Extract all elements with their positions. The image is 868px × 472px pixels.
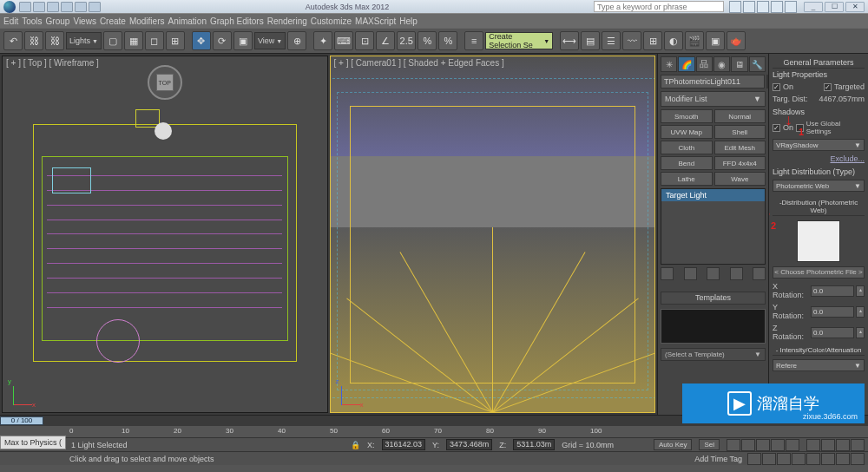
- tab-motion[interactable]: ◉: [713, 56, 730, 72]
- window-crossing-icon[interactable]: ⊞: [166, 31, 185, 50]
- modifier-list-dropdown[interactable]: Modifier List▼: [661, 91, 766, 107]
- render-frame-icon[interactable]: ▣: [706, 31, 725, 50]
- schematic-icon[interactable]: ⊞: [643, 31, 662, 50]
- z-coord-field[interactable]: 5311.03m: [513, 439, 555, 450]
- rotate-icon[interactable]: ⟳: [213, 31, 232, 50]
- tab-create[interactable]: ✳: [661, 56, 677, 72]
- select-name-icon[interactable]: ▦: [124, 31, 143, 50]
- stack-target-light[interactable]: Target Light: [661, 189, 765, 201]
- photometric-web-preview[interactable]: [797, 220, 840, 262]
- menu-edit[interactable]: Edit: [3, 16, 18, 26]
- set-key-button[interactable]: Sel: [699, 439, 720, 450]
- close-button[interactable]: ✕: [845, 2, 865, 12]
- scale-icon[interactable]: ▣: [233, 31, 253, 50]
- mod-uvwmap[interactable]: UVW Map: [661, 125, 713, 139]
- angle-value[interactable]: 2.5: [397, 31, 416, 50]
- align-icon[interactable]: ▤: [581, 31, 600, 50]
- mod-ffd[interactable]: FFD 4x4x4: [714, 156, 766, 170]
- tab-display[interactable]: 🖥: [731, 56, 747, 72]
- viewport-nav-buttons[interactable]: [806, 439, 865, 451]
- pivot-icon[interactable]: ⊕: [287, 31, 306, 50]
- render-setup-icon[interactable]: 🎬: [685, 31, 704, 50]
- exclude-button[interactable]: Exclude...: [773, 154, 865, 163]
- general-params-header[interactable]: General Parameters: [773, 58, 865, 69]
- xrot-spinner[interactable]: 0.0: [811, 285, 854, 297]
- menu-graph-editors[interactable]: Graph Editors: [210, 16, 264, 26]
- viewport-cam-label[interactable]: [ + ] [ Camera01 ] [ Shaded + Edged Face…: [334, 58, 504, 68]
- mod-shell[interactable]: Shell: [714, 125, 766, 139]
- menu-tools[interactable]: Tools: [22, 16, 42, 26]
- auto-key-button[interactable]: Auto Key: [654, 439, 692, 450]
- snap-icon[interactable]: ⊡: [355, 31, 374, 50]
- y-coord-field[interactable]: 3473.468m: [446, 439, 492, 450]
- render-icon[interactable]: 🫖: [727, 31, 746, 50]
- add-time-tag[interactable]: Add Time Tag: [694, 455, 742, 463]
- menu-bar[interactable]: Edit Tools Group Views Create Modifiers …: [0, 14, 868, 28]
- viewport-top[interactable]: [ + ] [ Top ] [ Wireframe ] TOP: [2, 56, 328, 413]
- object-name-field[interactable]: [661, 75, 765, 88]
- modifier-stack[interactable]: Target Light: [661, 188, 766, 265]
- app-orb-icon[interactable]: [3, 1, 16, 13]
- templates-header[interactable]: Templates: [661, 292, 766, 305]
- selection-filter-dropdown[interactable]: Lights▼: [66, 32, 102, 49]
- ref-coord-dropdown[interactable]: View▼: [254, 32, 286, 49]
- targeted-checkbox[interactable]: [824, 83, 832, 91]
- yrot-spinner[interactable]: 0.0: [811, 306, 854, 318]
- x-coord-field[interactable]: 316142.03: [382, 439, 426, 450]
- maximize-button[interactable]: ☐: [825, 2, 844, 12]
- mod-wave[interactable]: Wave: [714, 172, 766, 186]
- lock-icon[interactable]: 🔒: [351, 441, 360, 449]
- mod-normal[interactable]: Normal: [714, 109, 766, 123]
- unique-icon[interactable]: [707, 267, 720, 280]
- named-selset-edit-icon[interactable]: ≡: [464, 31, 483, 50]
- reference-dropdown[interactable]: Refere▼: [773, 359, 865, 371]
- command-tabs[interactable]: ✳ 🌈 品 ◉ 🖥 🔧: [661, 56, 766, 72]
- quick-access-toolbar[interactable]: [19, 2, 101, 12]
- choose-photometric-button[interactable]: < Choose Photometric File >: [773, 266, 865, 279]
- shadow-type-dropdown[interactable]: VRayShadow▼: [773, 139, 865, 151]
- menu-customize[interactable]: Customize: [311, 16, 352, 26]
- link-icon[interactable]: ⛓: [24, 31, 43, 50]
- mod-smooth[interactable]: Smooth: [661, 109, 713, 123]
- intensity-header[interactable]: - Intensity/Color/Attenuation: [773, 346, 865, 356]
- use-global-checkbox[interactable]: [796, 124, 804, 132]
- menu-views[interactable]: Views: [73, 16, 96, 26]
- viewport-nav-buttons-2[interactable]: [747, 453, 865, 465]
- playback-buttons[interactable]: [727, 439, 799, 451]
- manip-icon[interactable]: ✦: [313, 31, 332, 50]
- tab-utilities[interactable]: 🔧: [749, 56, 766, 72]
- mod-cloth[interactable]: Cloth: [661, 141, 713, 154]
- viewport-top-label[interactable]: [ + ] [ Top ] [ Wireframe ]: [6, 58, 99, 68]
- undo-icon[interactable]: ↶: [3, 31, 23, 50]
- config-icon[interactable]: [753, 267, 766, 280]
- mod-lathe[interactable]: Lathe: [661, 172, 713, 186]
- percent-snap-icon[interactable]: %: [418, 31, 437, 50]
- dist-type-dropdown[interactable]: Photometric Web▼: [773, 180, 865, 192]
- title-help-icons[interactable]: [729, 1, 797, 13]
- minimize-button[interactable]: _: [804, 2, 823, 12]
- material-editor-icon[interactable]: ◐: [664, 31, 683, 50]
- menu-maxscript[interactable]: MAXScript: [355, 16, 396, 26]
- menu-create[interactable]: Create: [100, 16, 126, 26]
- dist-web-header[interactable]: -Distribution (Photometric Web): [773, 199, 865, 216]
- select-icon[interactable]: ▢: [103, 31, 122, 50]
- viewport-camera[interactable]: [ + ] [ Camera01 ] [ Shaded + Edged Face…: [330, 56, 656, 413]
- mod-editmesh[interactable]: Edit Mesh: [714, 141, 766, 154]
- pin-stack-icon[interactable]: [661, 267, 674, 280]
- move-icon[interactable]: ✥: [192, 31, 211, 50]
- time-slider-handle[interactable]: 0 / 100: [0, 416, 43, 425]
- template-select-dropdown[interactable]: (Select a Template)▼: [661, 348, 766, 361]
- layers-icon[interactable]: ☰: [602, 31, 621, 50]
- menu-help[interactable]: Help: [399, 16, 418, 26]
- angle-snap-icon[interactable]: ∠: [376, 31, 395, 50]
- menu-animation[interactable]: Animation: [168, 16, 206, 26]
- menu-group[interactable]: Group: [46, 16, 70, 26]
- stack-toolbar[interactable]: [661, 267, 766, 280]
- spinner-snap-icon[interactable]: %: [438, 31, 457, 50]
- timeline-ruler[interactable]: 0 10 20 30 40 50 60 70 80 90 100: [0, 426, 868, 437]
- remove-mod-icon[interactable]: [730, 267, 743, 280]
- shadows-on-checkbox[interactable]: [773, 124, 780, 132]
- tab-hierarchy[interactable]: 品: [696, 56, 713, 72]
- menu-modifiers[interactable]: Modifiers: [129, 16, 165, 26]
- mod-bend[interactable]: Bend: [661, 156, 713, 170]
